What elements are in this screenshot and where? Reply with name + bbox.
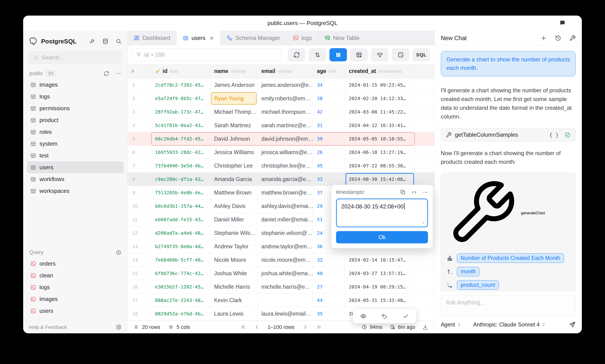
cell-email[interactable] [258, 294, 313, 307]
tab-schema-manager[interactable]: Schema Manager [220, 31, 286, 45]
sql-button[interactable]: SQL [413, 48, 430, 61]
add-row-button[interactable] [371, 48, 388, 61]
model-select[interactable]: Anthropic: Claude Sonnet 4 [473, 322, 546, 328]
cell-id[interactable]: f513285b-4e0b-4e… [151, 186, 210, 199]
cell-age[interactable]: 44 [313, 294, 345, 307]
cell-name[interactable]: David Johnson [210, 132, 258, 145]
cell-age[interactable]: 35 [313, 307, 345, 320]
sidebar-item-workflows[interactable]: workflows [27, 173, 124, 185]
cell-email[interactable]: stephanie.wilson@… [258, 226, 313, 240]
cell-name[interactable]: Laura Lewis [210, 307, 258, 320]
cell-email[interactable]: nicole.moore@em… [258, 253, 313, 267]
y-field-pill[interactable]: product_count [457, 280, 499, 290]
cell-email[interactable]: david.johnson@em… [258, 132, 313, 145]
table-row[interactable]: 7737b4946-3e5d-4b…Christopher Leechristo… [128, 159, 434, 173]
table-row[interactable]: 6169f5933-28dc-42…Jessica Williamsjessic… [128, 146, 434, 159]
cell-id[interactable]: 737b4946-3e5d-4b… [151, 159, 210, 172]
cell-age[interactable]: 27 [313, 280, 345, 293]
cell-name[interactable]: Michael Thomp… [210, 105, 258, 118]
more-options-icon[interactable] [116, 71, 121, 76]
mode-select[interactable]: Agent [441, 322, 461, 328]
cell-created-at[interactable]: 2024-08-30 15:42:08… [345, 173, 415, 186]
cell-age[interactable]: 28 [313, 92, 345, 105]
cell-id[interactable]: 5c41f81b-0ea2-43… [151, 119, 210, 132]
code-icon[interactable] [412, 190, 417, 195]
last-page-icon[interactable] [316, 324, 321, 330]
column-header--[interactable]: # [128, 64, 151, 78]
cell-email[interactable]: emily.roberts@em… [258, 92, 313, 105]
cell-id[interactable]: e5af24f9-8b5c-47… [151, 92, 210, 105]
cell-created-at[interactable]: 2024-03-27 13:57:31… [345, 267, 415, 280]
download-icon[interactable] [422, 324, 428, 330]
sidebar-item-workspaces[interactable]: workspaces [27, 185, 124, 197]
table-row[interactable]: 45c41f81b-0ea2-43…Sarah Martinezsarah.ma… [128, 119, 434, 132]
more-options-icon[interactable] [423, 190, 428, 195]
table-row[interactable]: 328ff92ab-173c-47…Michael Thomp…michael.… [128, 105, 434, 119]
copy-icon[interactable] [400, 190, 406, 195]
cell-email[interactable]: christopher.lee@e… [258, 159, 313, 172]
query-item-clean[interactable]: clean [27, 270, 124, 281]
cell-name[interactable]: Matthew Brown [210, 186, 258, 199]
columns-button[interactable] [330, 48, 347, 61]
cell-created-at[interactable]: 2024-05-05 10:18:55… [345, 132, 415, 145]
cell-email[interactable]: matthew.brown@e… [258, 186, 313, 199]
cell-id[interactable]: 0829d52a-e7bd-4b… [151, 307, 210, 320]
cell-email[interactable]: laura.lewis@email… [258, 307, 313, 320]
tool-call-card[interactable]: getTableColumnSamples { } [441, 128, 576, 142]
tools-wrench-icon[interactable] [569, 35, 576, 41]
eye-icon[interactable] [360, 313, 367, 319]
cell-id[interactable]: 169f5933-28dc-42… [151, 146, 210, 159]
table-row[interactable]: 17888ac27e-2243-48…Kevin Clark442024-05-… [128, 294, 434, 307]
cell-id[interactable]: 6f0d736c-774c-42… [151, 267, 210, 280]
cell-created-at[interactable]: 2024-02-20 14:12:33… [345, 92, 415, 105]
cell-age[interactable]: 40 [313, 267, 345, 280]
column-header-name[interactable]: namevarchar [210, 64, 258, 78]
cell-name[interactable]: James Anderson [210, 78, 258, 91]
sidebar-item-test[interactable]: test [27, 150, 124, 161]
cell-id[interactable]: e3015b2f-1202-45… [151, 280, 210, 293]
filter-input[interactable]: id > 100 [132, 48, 281, 61]
cell-name[interactable]: Sarah Martinez [210, 119, 258, 132]
cell-age[interactable]: 34 [313, 78, 345, 91]
close-icon[interactable] [209, 36, 214, 41]
tab-dashboard[interactable]: Dashboard [128, 31, 176, 45]
cell-age[interactable]: 45 [313, 159, 345, 172]
cell-created-at[interactable]: 2024-06-18 13:27:19… [345, 146, 415, 159]
sidebar-item-users[interactable]: users [27, 161, 124, 173]
new-chat-plus-icon[interactable] [540, 35, 547, 41]
cell-email[interactable]: ashley.davis@emai… [258, 199, 313, 213]
cell-created-at[interactable]: 2024-04-12 16:33:41… [345, 119, 415, 132]
history-icon[interactable] [555, 35, 561, 41]
cell-value-editor[interactable]: 2024-08-30 15:42:08+00 [338, 200, 426, 226]
sort-button[interactable] [309, 48, 326, 61]
cell-email[interactable]: michelle.harris@e… [258, 280, 313, 293]
sidebar-item-logs[interactable]: logs [27, 91, 124, 103]
table-settings-button[interactable] [350, 48, 368, 61]
sidebar-item-images[interactable]: images [27, 79, 124, 91]
cell-id[interactable]: 2cdf78c2-f392-45… [151, 78, 210, 91]
column-header-age[interactable]: ageint4 [313, 64, 345, 78]
cell-name[interactable]: Kevin Clark [210, 294, 258, 307]
table-row[interactable]: 147e68460b-5cf7-40…Nicole Moorenicole.mo… [128, 253, 434, 267]
add-query-icon[interactable] [116, 250, 121, 255]
cell-created-at[interactable]: 2024-01-15 09:23:45… [345, 78, 415, 91]
database-icon[interactable] [102, 38, 109, 44]
query-item-users[interactable]: users [27, 305, 124, 317]
column-header-email[interactable]: emailvarchar [258, 64, 313, 78]
cell-email[interactable]: jessica.williams@e… [258, 146, 313, 159]
search-input[interactable]: Search... [29, 52, 122, 64]
help-feedback-link[interactable]: Help & Feedback [29, 324, 67, 330]
cell-age[interactable]: 32 [313, 253, 345, 267]
cell-name[interactable]: Amanda Garcia [210, 173, 258, 186]
first-page-icon[interactable] [241, 324, 246, 330]
sidebar-item-product[interactable]: product [27, 114, 124, 126]
tab-users[interactable]: users [176, 31, 220, 45]
cell-id[interactable]: b0c6d3b1-257a-44… [151, 199, 210, 213]
cell-age[interactable]: 42 [313, 105, 345, 118]
query-item-images[interactable]: images [27, 293, 124, 305]
column-header-id[interactable]: iduuid [151, 64, 210, 78]
tab-new-table[interactable]: New Table [318, 31, 366, 45]
edited-cell-highlight[interactable]: Ryan Young [211, 92, 257, 104]
table-row[interactable]: 156f0d736c-774c-42…Joshua Whitejoshua.wh… [128, 267, 434, 280]
cell-name[interactable]: Joshua White [210, 267, 258, 280]
